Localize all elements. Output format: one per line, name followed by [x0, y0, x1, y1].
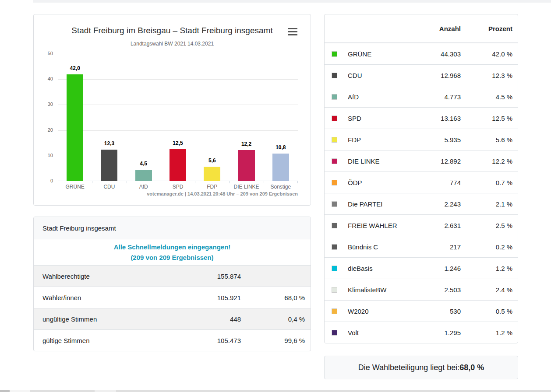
- bar-slot: 12,5: [161, 54, 195, 181]
- party-prozent: 2.5 %: [461, 222, 512, 229]
- party-color-swatch: [332, 116, 337, 121]
- summary-status-line1: Alle Schnellmeldungen eingegangen!: [114, 242, 231, 252]
- party-anzahl: 2.631: [408, 222, 461, 229]
- summary-row-anzahl: 105.473: [166, 337, 241, 344]
- party-color-swatch: [332, 73, 337, 78]
- category-label: GRÜNE: [58, 184, 92, 190]
- chart-bar-grüne[interactable]: [67, 74, 83, 181]
- y-axis-tick-label: 30: [34, 102, 53, 107]
- summary-row-prozent: 0,4 %: [241, 315, 305, 323]
- chart-subtitle: Landtagswahl BW 2021 14.03.2021: [34, 41, 311, 47]
- summary-row: Wahlberechtigte155.874: [34, 265, 311, 287]
- party-name: Bündnis C: [348, 243, 408, 251]
- summary-row-prozent: 68,0 %: [241, 294, 305, 301]
- party-name: Volt: [348, 329, 408, 336]
- summary-row-anzahl: 448: [166, 315, 241, 323]
- bar-slot: 12,2: [229, 54, 263, 181]
- chart-bar-cdu[interactable]: [101, 150, 117, 181]
- bar-value-label: 12,5: [161, 140, 195, 146]
- party-anzahl: 13.163: [408, 115, 461, 122]
- chart-bar-spd[interactable]: [170, 149, 186, 181]
- summary-row: gültige Stimmen105.47399,6 %: [34, 329, 311, 351]
- results-row: Die PARTEI2.2432.1 %: [325, 193, 518, 214]
- party-color-swatch: [332, 137, 337, 143]
- party-name: DIE LINKE: [348, 158, 408, 165]
- summary-row-label: ungültige Stimmen: [42, 315, 166, 323]
- bar-slot: 5,6: [195, 54, 229, 181]
- turnout-panel: Die Wahlbeteiligung liegt bei: 68,0 %: [324, 356, 518, 379]
- bar-value-label: 5,6: [195, 158, 229, 164]
- chart-menu-button[interactable]: [288, 28, 297, 35]
- party-name: GRÜNE: [348, 50, 408, 58]
- results-row: FREIE WÄHLER2.6312.5 %: [325, 214, 518, 236]
- party-name: AfD: [348, 93, 408, 101]
- party-anzahl: 2.243: [408, 200, 461, 208]
- results-card: Anzahl Prozent GRÜNE44.30342.0 %CDU12.96…: [324, 14, 518, 343]
- summary-row-label: Wähler/innen: [42, 294, 166, 301]
- category-label: DIE LINKE: [229, 184, 263, 190]
- bar-value-label: 10,8: [264, 144, 298, 150]
- party-color-swatch: [332, 223, 337, 228]
- chart-footer-credit: votemanager.de | 14.03.2021 20:48 Uhr – …: [58, 191, 298, 196]
- party-color-swatch: [332, 201, 337, 207]
- party-anzahl: 2.503: [408, 286, 461, 294]
- party-anzahl: 217: [408, 243, 461, 251]
- party-name: KlimalisteBW: [348, 286, 408, 294]
- x-axis-tick: [58, 181, 58, 183]
- results-header-prozent: Prozent: [461, 25, 512, 32]
- x-axis-tick: [229, 181, 230, 183]
- results-row: AfD4.7734.5 %: [325, 86, 518, 107]
- x-axis-tick: [297, 181, 298, 183]
- bar-value-label: 12,3: [92, 140, 126, 147]
- results-row: Volt1.2951.2 %: [325, 322, 518, 343]
- party-prozent: 5.6 %: [461, 136, 512, 144]
- results-table-header: Anzahl Prozent: [325, 14, 518, 43]
- bar-slot: 10,8: [264, 54, 298, 181]
- party-prozent: 2.1 %: [461, 200, 512, 208]
- summary-status-message: Alle Schnellmeldungen eingegangen! (209 …: [34, 239, 311, 265]
- turnout-value: 68,0 %: [459, 363, 484, 372]
- results-table-body: GRÜNE44.30342.0 %CDU12.96812.3 %AfD4.773…: [325, 43, 518, 343]
- x-axis-tick: [92, 181, 92, 183]
- party-color-swatch: [332, 330, 337, 336]
- y-axis-tick-label: 20: [34, 127, 53, 133]
- x-axis-tick: [264, 181, 264, 183]
- party-name: W2020: [348, 308, 408, 315]
- chart-y-axis-labels: 01020304050: [34, 54, 53, 181]
- party-prozent: 12.2 %: [461, 158, 512, 165]
- results-row: CDU12.96812.3 %: [325, 64, 518, 86]
- summary-row-anzahl: 105.921: [166, 294, 241, 301]
- party-prozent: 0.5 %: [461, 308, 512, 315]
- summary-row-label: Wahlberechtigte: [42, 273, 166, 280]
- party-color-swatch: [332, 244, 337, 250]
- summary-row-label: gültige Stimmen: [42, 337, 166, 344]
- x-axis-tick: [161, 181, 161, 183]
- hamburger-menu-icon: [288, 28, 297, 35]
- party-anzahl: 12.968: [408, 72, 461, 79]
- party-anzahl: 1.246: [408, 265, 461, 272]
- chart-bar-die-linke[interactable]: [238, 150, 255, 181]
- chart-bar-fdp[interactable]: [204, 167, 220, 181]
- party-prozent: 0.2 %: [461, 243, 512, 251]
- bottom-edge-fragment: [10, 390, 30, 392]
- y-axis-tick-label: 10: [34, 153, 53, 158]
- summary-table: Wahlberechtigte155.874Wähler/innen105.92…: [34, 265, 311, 351]
- chart-bar-sonstige[interactable]: [272, 154, 289, 181]
- results-row: SPD13.16312.5 %: [325, 107, 518, 129]
- results-row: DIE LINKE12.89212.2 %: [325, 150, 518, 172]
- party-prozent: 1.2 %: [461, 265, 512, 272]
- bottom-edge-fragment: [116, 390, 551, 392]
- top-edge-fragment: [33, 0, 551, 3]
- party-color-swatch: [332, 158, 337, 164]
- party-anzahl: 12.892: [408, 158, 461, 165]
- summary-status-line2: (209 von 209 Ergebnissen): [131, 252, 213, 263]
- y-axis-tick-label: 50: [34, 51, 53, 56]
- results-row: dieBasis1.2461.2 %: [325, 257, 518, 279]
- y-axis-tick-label: 40: [34, 76, 53, 81]
- chart-bar-afd[interactable]: [135, 170, 152, 181]
- bar-value-label: 4,5: [127, 161, 161, 167]
- party-color-swatch: [332, 287, 337, 293]
- party-name: CDU: [348, 72, 408, 79]
- party-anzahl: 5.935: [408, 136, 461, 144]
- summary-row: ungültige Stimmen4480,4 %: [34, 308, 311, 329]
